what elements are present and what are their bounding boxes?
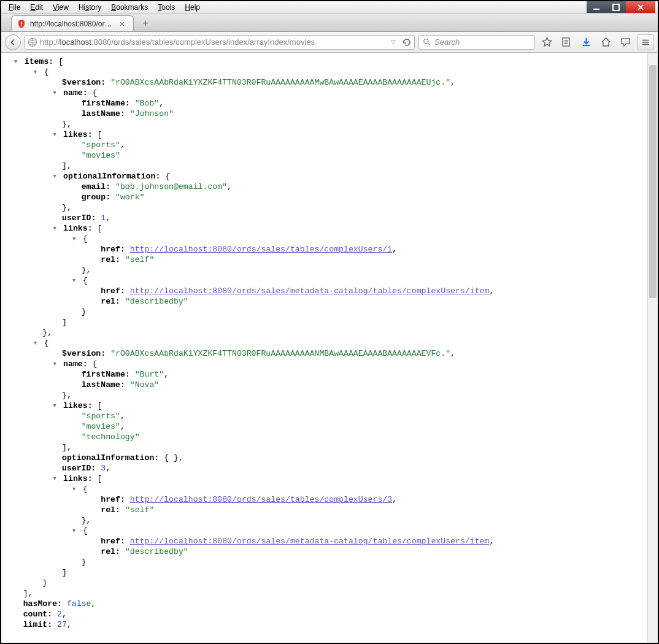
vertical-scrollbar[interactable] — [647, 53, 658, 643]
svg-rect-1 — [613, 4, 619, 10]
bookmark-star-icon[interactable] — [539, 34, 555, 50]
home-icon[interactable] — [598, 34, 614, 50]
tab-title: http://localhost:8080/ords/... — [30, 20, 116, 28]
downloads-icon[interactable] — [578, 34, 594, 50]
url-dropdown-icon[interactable]: ▽ — [391, 39, 396, 45]
globe-icon — [28, 37, 37, 47]
menu-bookmarks[interactable]: Bookmarks — [106, 2, 153, 13]
svg-point-5 — [424, 39, 428, 44]
scrollbar-thumb[interactable] — [649, 65, 657, 298]
menu-bar: File Edit View History Bookmarks Tools H… — [1, 1, 658, 13]
browser-tab[interactable]: http://localhost:8080/ords/... × — [11, 15, 134, 31]
search-bar[interactable]: Search — [418, 35, 535, 50]
reader-list-icon[interactable] — [558, 34, 574, 50]
window-close-button[interactable] — [626, 1, 655, 13]
url-text: http://localhost:8080/ords/sales/tables/… — [40, 37, 388, 47]
new-tab-button[interactable]: + — [139, 17, 152, 30]
search-placeholder: Search — [434, 37, 460, 47]
chat-icon[interactable] — [617, 34, 633, 50]
menu-view[interactable]: View — [48, 2, 74, 13]
search-icon — [423, 38, 431, 46]
toolbar: http://localhost:8080/ords/sales/tables/… — [1, 32, 658, 53]
back-button[interactable] — [5, 34, 21, 50]
menu-history[interactable]: History — [74, 2, 106, 13]
menu-edit[interactable]: Edit — [25, 2, 48, 13]
browser-window: File Edit View History Bookmarks Tools H… — [1, 1, 658, 643]
svg-rect-3 — [21, 25, 22, 26]
window-minimize-button[interactable] — [587, 1, 606, 13]
json-link[interactable]: http://localhost:8080/ords/sales/tables/… — [130, 495, 392, 504]
json-viewer[interactable]: ▾ items: [ ▾ { $version: "rO0ABXcsAAbRda… — [1, 53, 658, 634]
svg-rect-2 — [21, 22, 22, 25]
svg-rect-0 — [593, 9, 599, 10]
reload-icon[interactable] — [402, 37, 412, 47]
json-link[interactable]: http://localhost:8080/ords/sales/metadat… — [130, 286, 490, 296]
tab-strip: http://localhost:8080/ords/... × + — [1, 13, 658, 32]
url-bar[interactable]: http://localhost:8080/ords/sales/tables/… — [25, 35, 415, 50]
hamburger-menu-button[interactable] — [637, 34, 654, 50]
json-link[interactable]: http://localhost:8080/ords/sales/tables/… — [130, 245, 392, 254]
page-content: ▾ items: [ ▾ { $version: "rO0ABXcsAAbRda… — [1, 53, 658, 643]
favicon-icon — [17, 19, 26, 29]
json-link[interactable]: http://localhost:8080/ords/sales/metadat… — [130, 537, 490, 546]
window-maximize-button[interactable] — [606, 1, 626, 13]
tab-close-icon[interactable]: × — [120, 19, 125, 29]
menu-help[interactable]: Help — [180, 2, 205, 13]
menu-file[interactable]: File — [4, 2, 25, 13]
menu-tools[interactable]: Tools — [153, 2, 180, 13]
